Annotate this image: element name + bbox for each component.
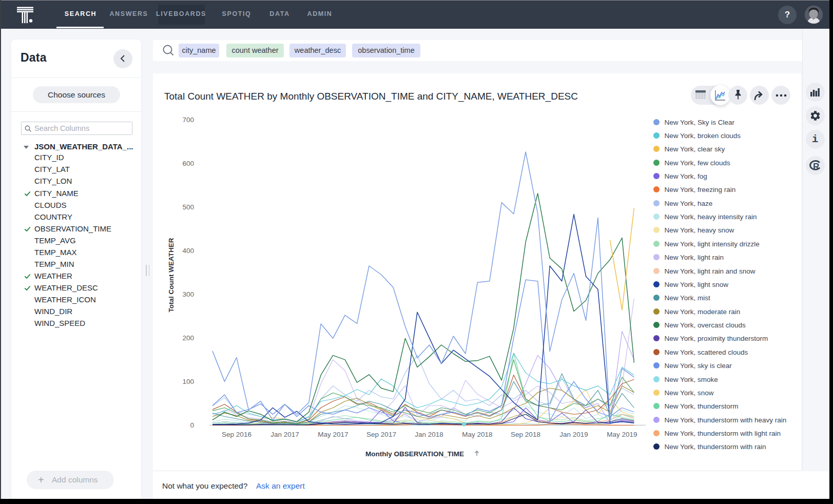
svg-text:May 2018: May 2018 xyxy=(462,431,492,438)
svg-text:Jan 2017: Jan 2017 xyxy=(270,431,299,438)
svg-text:600: 600 xyxy=(182,160,194,167)
svg-text:300: 300 xyxy=(182,290,194,298)
svg-text:Jan 2018: Jan 2018 xyxy=(415,431,443,438)
svg-text:200: 200 xyxy=(182,334,194,342)
svg-text:Monthly OBSERVATION_TIME: Monthly OBSERVATION_TIME xyxy=(365,450,464,458)
svg-text:Total Count WEATHER: Total Count WEATHER xyxy=(167,238,175,312)
svg-text:Sep 2018: Sep 2018 xyxy=(511,431,540,438)
svg-text:Sep 2016: Sep 2016 xyxy=(222,431,251,438)
svg-text:May 2017: May 2017 xyxy=(318,431,348,438)
svg-text:500: 500 xyxy=(182,203,194,211)
svg-text:400: 400 xyxy=(182,247,194,255)
svg-text:May 2019: May 2019 xyxy=(607,431,637,438)
svg-text:Sep 2017: Sep 2017 xyxy=(366,431,396,438)
svg-text:0: 0 xyxy=(190,421,194,429)
svg-text:R: R xyxy=(813,162,819,171)
svg-text:100: 100 xyxy=(182,378,194,385)
svg-text:700: 700 xyxy=(182,116,194,124)
svg-text:Jan 2019: Jan 2019 xyxy=(559,431,588,438)
